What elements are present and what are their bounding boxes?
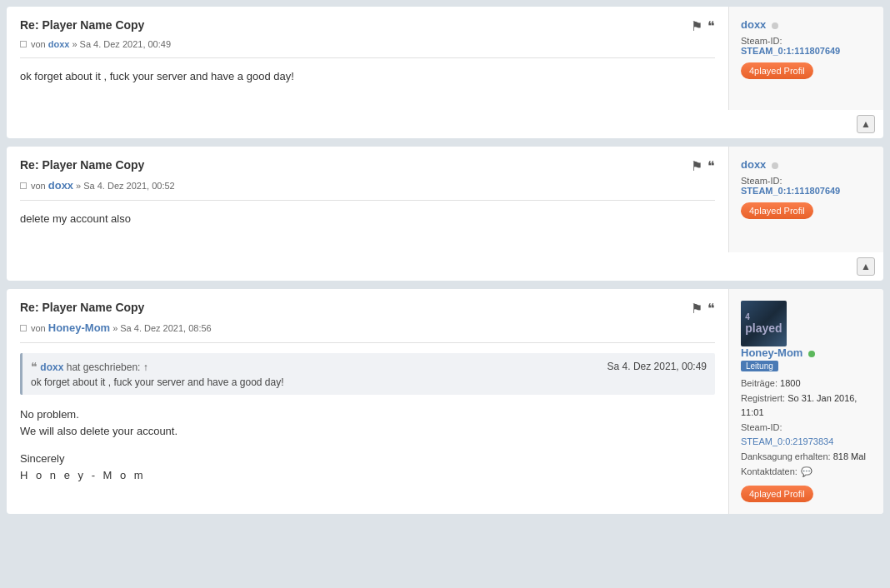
profile-button[interactable]: 4played Profil [741,486,813,502]
avatar: 4played [741,301,787,346]
post-author-link[interactable]: doxx [48,179,73,192]
beitraege-value: 1800 [780,378,800,388]
post-body: ok forget about it , fuck your server an… [20,68,715,102]
quote-icon[interactable]: ❝ [708,18,715,34]
quote-text: ok forget about it , fuck your server an… [31,376,707,388]
quote-block: ❝ doxx hat geschrieben: ↑ Sa 4. Dez 2021… [20,353,715,395]
quote-date: Sa 4. Dez 2021, 00:49 [608,361,707,372]
steam-id-line: Steam-ID: STEAM_0:1:111807649 [741,176,872,196]
online-indicator [808,351,815,357]
steam-id-link[interactable]: STEAM_0:1:111807649 [741,46,840,56]
post-icon [20,41,27,47]
post-date: Sa 4. Dez 2021, 00:52 [83,181,174,191]
post-sidebar: doxx Steam-ID: STEAM_0:1:111807649 4play… [729,7,883,110]
online-indicator [772,162,778,169]
post-actions: ⚑ ❝ [691,301,715,316]
beitraege-label: Beiträge: [741,378,778,388]
post-sidebar: doxx Steam-ID: STEAM_0:1:111807649 4play… [729,147,883,252]
steam-id-line: Steam-ID: STEAM_0:1:111807649 [741,36,872,56]
post-icon [20,182,27,189]
quote-open-icon: ❝ [31,360,38,373]
post-body: delete my account also [20,211,715,244]
body-line2: We will also delete your account. [20,423,715,440]
post-icon [20,325,27,331]
quote-icon[interactable]: ❝ [708,158,715,174]
sincerely-name: H o n e y - M o m [20,467,715,484]
profile-button[interactable]: 4played Profil [741,202,813,219]
post-actions: ⚑ ❝ [691,18,715,34]
post-author-link[interactable]: doxx [48,39,70,49]
post-card: Re: Player Name Copy ⚑ ❝ von doxx » Sa 4… [7,147,883,281]
registriert-label: Registriert: [741,393,785,403]
post-date: Sa 4. Dez 2021, 08:56 [120,323,211,333]
post-card: Re: Player Name Copy ⚑ ❝ von doxx » Sa 4… [7,7,883,138]
quote-author-link[interactable]: doxx [40,361,63,373]
post-author-link[interactable]: Honey-Mom [48,321,110,334]
user-stats: Beiträge: 1800 Registriert: So 31. Jan 2… [741,376,872,479]
scroll-top-button[interactable]: ▲ [857,257,875,276]
post-sidebar: 4played Honey-Mom Leitung Beiträge: 1800… [729,289,883,514]
report-icon[interactable]: ⚑ [691,301,702,316]
post-title: Re: Player Name Copy [20,18,144,32]
post-date: Sa 4. Dez 2021, 00:49 [80,39,171,49]
post-title: Re: Player Name Copy [20,158,144,172]
steam-id-link[interactable]: STEAM_0:0:21973834 [741,436,833,446]
post-meta: von doxx » Sa 4. Dez 2021, 00:49 [20,39,715,49]
quote-arrow: ↑ [143,361,148,373]
dank-value: 818 Mal [833,451,866,461]
sidebar-username[interactable]: Honey-Mom [741,346,802,359]
post-title: Re: Player Name Copy [20,301,144,314]
role-badge: Leitung [741,361,778,371]
sincerely-label: Sincerely [20,451,715,467]
sidebar-username[interactable]: doxx [741,158,766,171]
post-card: Re: Player Name Copy ⚑ ❝ von Honey-Mom »… [7,289,883,514]
chat-icon[interactable]: 💬 [801,465,812,480]
post-meta: von doxx » Sa 4. Dez 2021, 00:52 [20,179,715,192]
online-indicator [772,22,778,29]
posts-list: Re: Player Name Copy ⚑ ❝ von doxx » Sa 4… [0,0,890,521]
post-actions: ⚑ ❝ [691,158,715,174]
post-body: No problem. We will also delete your acc… [20,406,715,483]
sidebar-username[interactable]: doxx [741,18,766,31]
report-icon[interactable]: ⚑ [691,18,702,34]
dank-label: Danksagung erhalten: [741,451,831,461]
post-meta: von Honey-Mom » Sa 4. Dez 2021, 08:56 [20,321,715,334]
scroll-top-button[interactable]: ▲ [857,115,875,133]
kontakt-label: Kontaktdaten: [741,465,798,480]
quote-icon[interactable]: ❝ [708,301,715,316]
sincerely-block: Sincerely H o n e y - M o m [20,451,715,483]
steam-id-link[interactable]: STEAM_0:1:111807649 [741,186,840,196]
profile-button[interactable]: 4played Profil [741,62,813,79]
steam-label: Steam-ID: [741,422,782,432]
report-icon[interactable]: ⚑ [691,158,702,174]
body-line1: No problem. [20,406,715,423]
